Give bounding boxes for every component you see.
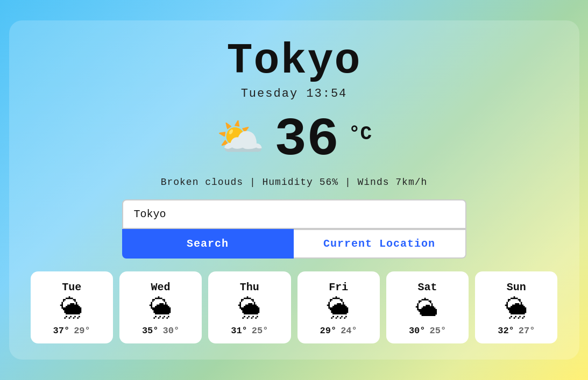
search-button[interactable]: Search: [122, 229, 294, 259]
city-name: Tokyo: [226, 40, 361, 83]
forecast-day-label: Sat: [417, 281, 437, 293]
forecast-temps: 31°25°: [231, 326, 268, 336]
forecast-weather-icon: 🌦: [60, 299, 83, 321]
forecast-card: Sat🌥30°25°: [386, 271, 469, 343]
forecast-card: Wed🌦35°30°: [119, 271, 202, 343]
forecast-day-label: Fri: [329, 281, 348, 293]
forecast-temps: 37°29°: [53, 326, 90, 336]
search-area: Search Current Location: [122, 199, 466, 259]
forecast-temps: 30°25°: [409, 326, 446, 336]
forecast-low: 25°: [252, 326, 268, 336]
forecast-card: Fri🌦29°24°: [297, 271, 380, 343]
forecast-low: 24°: [341, 326, 357, 336]
temperature-row: ⛅ 36 °C: [216, 113, 372, 167]
forecast-weather-icon: 🌦: [150, 299, 172, 321]
temperature-unit: °C: [349, 123, 372, 145]
forecast-low: 27°: [519, 326, 535, 336]
forecast-card: Tue🌦37°29°: [31, 271, 113, 343]
temperature-value: 36: [274, 113, 339, 167]
current-location-button[interactable]: Current Location: [294, 229, 466, 259]
forecast-low: 30°: [163, 326, 180, 336]
forecast-temps: 29°24°: [320, 326, 357, 336]
forecast-temps: 35°30°: [142, 326, 179, 336]
forecast-weather-icon: 🌦: [238, 299, 261, 321]
forecast-day-label: Wed: [151, 281, 171, 293]
forecast-high: 32°: [498, 326, 514, 336]
weather-icon: ⛅: [216, 121, 265, 160]
forecast-high: 37°: [53, 326, 70, 336]
forecast-day-label: Sun: [507, 281, 526, 293]
forecast-card: Thu🌦31°25°: [208, 271, 291, 343]
forecast-weather-icon: 🌦: [327, 299, 350, 321]
main-container: Tokyo Tuesday 13:54 ⛅ 36 °C Broken cloud…: [9, 20, 579, 360]
forecast-low: 29°: [74, 326, 90, 336]
forecast-high: 29°: [320, 326, 337, 336]
forecast-card: Sun🌦32°27°: [475, 271, 557, 343]
forecast-day-label: Thu: [240, 281, 259, 293]
forecast-day-label: Tue: [62, 281, 81, 293]
forecast-high: 35°: [142, 326, 159, 336]
forecast-row: Tue🌦37°29°Wed🌦35°30°Thu🌦31°25°Fri🌦29°24°…: [31, 271, 558, 343]
search-buttons: Search Current Location: [122, 229, 466, 259]
forecast-high: 30°: [409, 326, 426, 336]
forecast-weather-icon: 🌦: [505, 299, 528, 321]
conditions-text: Broken clouds | Humidity 56% | Winds 7km…: [161, 177, 428, 188]
forecast-weather-icon: 🌥: [416, 299, 438, 321]
search-input[interactable]: [122, 199, 466, 229]
forecast-low: 25°: [429, 326, 446, 336]
forecast-high: 31°: [231, 326, 247, 336]
datetime: Tuesday 13:54: [241, 87, 348, 101]
forecast-temps: 32°27°: [498, 326, 535, 336]
